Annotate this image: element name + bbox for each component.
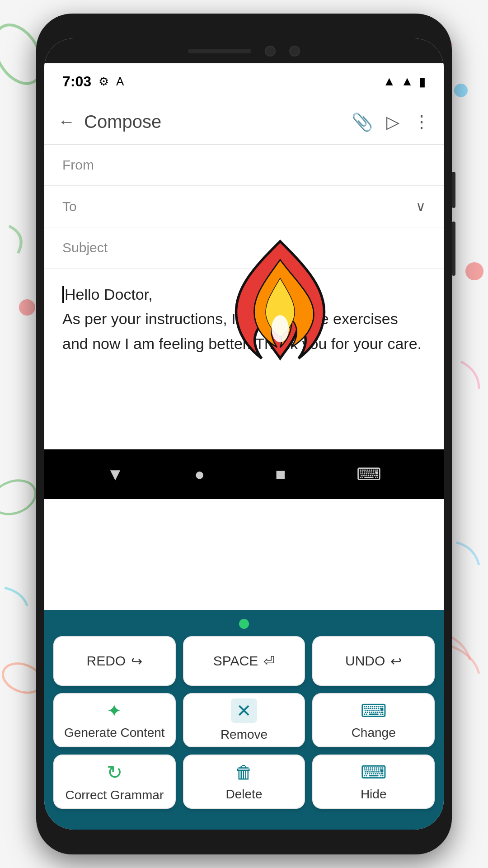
status-time: 7:03 [62,73,91,90]
subject-field[interactable]: Subject [44,227,444,269]
keyboard-row-1: REDO ↪ SPACE ⏎ UNDO ↩ [53,636,435,686]
svg-point-1 [454,84,468,97]
svg-point-3 [0,475,40,520]
change-icon: ⌨ [361,700,387,721]
svg-point-4 [465,262,483,280]
nav-keyboard-icon[interactable]: ⌨ [357,464,381,484]
keyboard-row-2: ✦ Generate Content ✕ Remove ⌨ Change [53,693,435,747]
remove-icon: ✕ [231,698,257,723]
remove-button[interactable]: ✕ Remove [183,693,305,747]
email-body[interactable]: Hello Doctor,As per your instructions, I… [44,269,444,449]
battery-icon: ▮ [419,74,426,89]
power-button [452,222,455,276]
app-bar-actions: 📎 ▷ ⋮ [352,112,430,132]
keyboard-row-3: ↻ Correct Grammar 🗑 Delete ⌨ Hide [53,755,435,809]
from-label: From [62,157,117,173]
delete-label: Delete [226,787,263,802]
wifi-icon: ▲ [383,74,396,89]
email-body-text: Hello Doctor,As per your instructions, I… [62,286,422,352]
change-label: Change [352,726,396,740]
nav-bar: ▼ ● ■ ⌨ [44,449,444,499]
change-button[interactable]: ⌨ Change [312,693,435,747]
hide-button[interactable]: ⌨ Hide [312,755,435,809]
app-bar-title: Compose [84,112,343,132]
nav-back-icon[interactable]: ▼ [107,465,124,484]
signal-icon: ▲ [401,74,413,89]
phone-shell: 7:03 ⚙ A ▲ ▲ ▮ ← Compose 📎 ▷ ⋮ [36,14,452,854]
delete-icon: 🗑 [235,762,253,783]
app-bar: ← Compose 📎 ▷ ⋮ [44,99,444,145]
text-cursor [62,286,64,303]
nav-recents-icon[interactable]: ■ [275,465,286,484]
more-menu-button[interactable]: ⋮ [413,112,430,132]
font-icon: A [116,75,124,89]
to-field[interactable]: To ∨ [44,186,444,227]
phone-screen: 7:03 ⚙ A ▲ ▲ ▮ ← Compose 📎 ▷ ⋮ [44,38,444,830]
space-button[interactable]: SPACE ⏎ [183,636,305,686]
remove-label: Remove [221,727,267,742]
from-field[interactable]: From [44,145,444,186]
hide-icon: ⌨ [361,762,387,783]
hide-label: Hide [361,787,387,802]
keyboard-area: REDO ↪ SPACE ⏎ UNDO ↩ ✦ Generate Content [44,610,444,830]
active-indicator [239,619,249,629]
undo-icon: ↩ [390,653,402,669]
svg-point-2 [19,299,35,316]
redo-icon: ↪ [131,653,142,669]
space-icon: ⏎ [263,653,275,669]
settings-icon: ⚙ [99,75,109,89]
speaker [188,49,251,53]
nav-home-icon[interactable]: ● [194,465,205,484]
generate-content-label: Generate Content [64,726,165,740]
redo-label: REDO [86,653,126,669]
to-dropdown-icon[interactable]: ∨ [416,198,426,214]
correct-grammar-label: Correct Grammar [65,788,164,802]
redo-button[interactable]: REDO ↪ [53,636,176,686]
generate-content-icon: ✦ [107,700,122,721]
status-bar: 7:03 ⚙ A ▲ ▲ ▮ [44,63,444,99]
camera-bar [44,38,444,63]
camera-front-right [289,46,300,57]
status-left: 7:03 ⚙ A [62,73,124,90]
subject-label: Subject [62,240,117,255]
correct-grammar-icon: ↻ [107,761,122,783]
back-button[interactable]: ← [58,112,75,132]
space-label: SPACE [213,653,258,669]
correct-grammar-button[interactable]: ↻ Correct Grammar [53,755,176,809]
undo-label: UNDO [345,653,385,669]
to-label: To [62,199,117,214]
attachment-button[interactable]: 📎 [352,112,373,132]
compose-area: From To ∨ Subject Hello Doctor,As per yo… [44,145,444,449]
delete-button[interactable]: 🗑 Delete [183,755,305,809]
undo-button[interactable]: UNDO ↩ [312,636,435,686]
volume-button [452,172,455,208]
send-button[interactable]: ▷ [386,112,399,132]
camera-front-left [265,46,276,57]
generate-content-button[interactable]: ✦ Generate Content [53,693,176,747]
status-right: ▲ ▲ ▮ [383,74,426,89]
